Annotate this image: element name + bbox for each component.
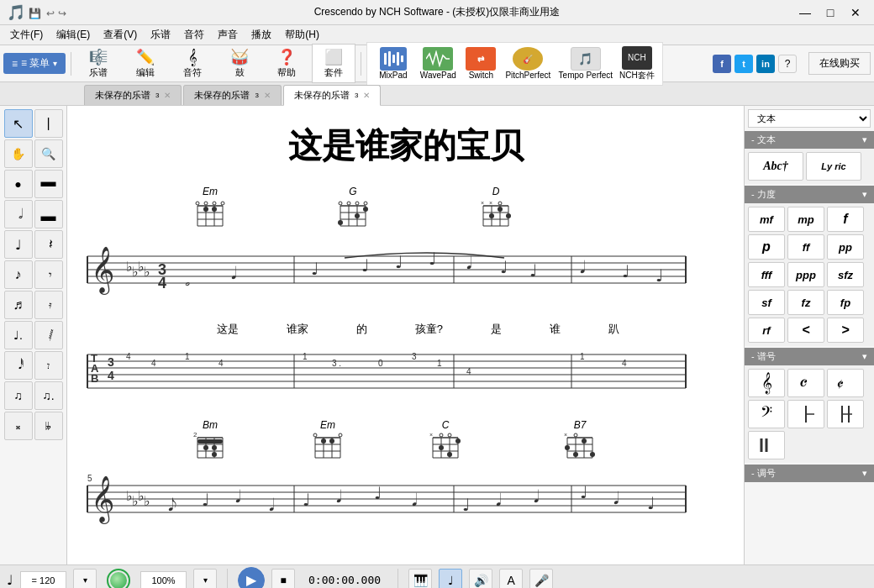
whole-rest-button[interactable]: ▬ <box>34 170 63 198</box>
dyn-ppp-button[interactable]: ppp <box>787 262 824 287</box>
thirty-second-button[interactable]: 𝅘𝅥𝅱 <box>4 351 33 380</box>
dyn-fz-button[interactable]: fz <box>787 290 824 315</box>
dyn-mp-button[interactable]: mp <box>787 207 824 232</box>
play-button[interactable]: ▶ <box>238 567 265 589</box>
text-section-header[interactable]: - 文本 ▾ <box>745 131 874 149</box>
cut-time-button[interactable]: 𝄵 <box>827 369 864 397</box>
close-button[interactable]: ✕ <box>844 4 867 21</box>
half-note-button[interactable]: 𝅗𝅥 <box>4 200 33 228</box>
eighth-rest-button[interactable]: 𝄾 <box>34 260 63 289</box>
volume-input[interactable] <box>140 571 187 589</box>
tab-close-3[interactable]: ✕ <box>363 91 370 100</box>
metronome-button[interactable]: ♩ <box>439 569 462 589</box>
nch-suite-btn[interactable]: NCH NCH套件 <box>618 46 656 81</box>
tab-note[interactable]: 𝄞 音符 <box>171 45 214 83</box>
tempo-down-button[interactable]: ▾ <box>73 569 97 589</box>
whole-note-button[interactable]: ● <box>4 170 33 198</box>
tab-drums[interactable]: 🥁 鼓 <box>218 44 261 83</box>
linkedin-icon[interactable]: in <box>756 55 775 73</box>
dyn-f-button[interactable]: f <box>827 207 864 232</box>
menu-note[interactable]: 音符 <box>177 26 211 44</box>
tab-close-2[interactable]: ✕ <box>264 91 271 100</box>
undo-icon[interactable]: ↩ <box>46 8 55 19</box>
sixteenth-rest-button[interactable]: 𝄿 <box>34 291 63 319</box>
dyn-p-button[interactable]: p <box>748 234 785 260</box>
dyn-sf-button[interactable]: sf <box>748 290 785 315</box>
switch-btn[interactable]: ⇄ Switch <box>464 47 498 80</box>
mixpad-btn[interactable]: MixPad <box>374 47 412 80</box>
score-area[interactable]: 这是谁家的宝贝 Em <box>67 106 744 564</box>
alto-clef-button[interactable] <box>787 400 824 428</box>
quarter-rest-button[interactable]: 𝄽 <box>34 230 63 259</box>
menu-file[interactable]: 文件(F) <box>3 26 50 44</box>
doc-tab-3[interactable]: 未保存的乐谱 3 ✕ <box>283 85 381 106</box>
sixteenth-note-button[interactable]: ♬ <box>4 291 33 319</box>
dynamics-section-header[interactable]: - 力度 ▾ <box>745 186 874 203</box>
save-icon[interactable]: 💾 <box>29 8 41 19</box>
dyn-pp-button[interactable]: pp <box>827 234 864 260</box>
dyn-ff-button[interactable]: ff <box>787 234 824 260</box>
online-buy-button[interactable]: 在线购买 <box>808 52 871 75</box>
menu-dropdown-button[interactable]: ≡ ≡ 菜单 ▾ <box>3 53 66 74</box>
tempoperfect-btn[interactable]: 🎵 Tempo Perfect <box>558 47 613 80</box>
menu-help[interactable]: 帮助(H) <box>278 26 326 44</box>
dyn-decrescendo-button[interactable]: > <box>827 318 864 343</box>
doc-tab-2[interactable]: 未保存的乐谱 3 ✕ <box>183 85 281 105</box>
doc-tab-1[interactable]: 未保存的乐谱 3 ✕ <box>84 85 182 105</box>
dyn-rf-button[interactable]: rf <box>748 318 785 343</box>
text-type-dropdown[interactable]: 文本 <box>748 109 871 128</box>
piano-button[interactable]: 🎹 <box>408 569 432 589</box>
menu-score[interactable]: 乐谱 <box>144 26 177 44</box>
dyn-fp-button[interactable]: fp <box>827 290 864 315</box>
dotted-note-button[interactable]: ♩. <box>4 321 33 349</box>
note-group-dot-button[interactable]: ♫. <box>34 381 63 410</box>
zoom-tool-button[interactable]: 🔍 <box>34 139 63 168</box>
text-style-abc-button[interactable]: Abc† <box>748 152 803 181</box>
triplet-button[interactable]: 𝄪 <box>4 412 33 440</box>
text-style-lyric-button[interactable]: Ly ric <box>806 152 861 181</box>
clef-section-header[interactable]: - 谱号 ▾ <box>745 348 874 365</box>
speaker-button[interactable]: 🔊 <box>469 569 492 589</box>
pan-tool-button[interactable]: ✋ <box>4 139 33 168</box>
bass-clef-button[interactable]: 𝄢 <box>748 400 785 428</box>
menu-sound[interactable]: 声音 <box>211 26 245 44</box>
menu-edit[interactable]: 编辑(E) <box>50 26 97 44</box>
stop-button[interactable]: ■ <box>271 569 295 589</box>
percussion-clef-button[interactable] <box>748 431 785 459</box>
dyn-fff-button[interactable]: fff <box>748 262 785 287</box>
select-tool-button[interactable]: ↖ <box>4 109 33 138</box>
help-circle-icon[interactable]: ? <box>778 55 797 73</box>
facebook-icon[interactable]: f <box>713 55 731 73</box>
note-group-button[interactable]: ♫ <box>4 381 33 410</box>
thirty-second-rest-button[interactable]: 𝄾. <box>34 351 63 380</box>
tab-suite[interactable]: ⬜ 套件 <box>312 44 355 83</box>
maximize-button[interactable]: □ <box>819 4 842 21</box>
microphone-button[interactable]: 🎤 <box>529 569 553 589</box>
tempo-input[interactable] <box>20 571 66 589</box>
dyn-crescendo-button[interactable]: < <box>787 318 824 343</box>
dyn-sfz-button[interactable]: sfz <box>827 262 864 287</box>
text-input-button[interactable]: A <box>499 569 523 589</box>
menu-play[interactable]: 播放 <box>245 26 278 44</box>
tab-close-1[interactable]: ✕ <box>164 91 171 100</box>
half-rest-button[interactable]: ▬ <box>34 200 63 228</box>
volume-down-button[interactable]: ▾ <box>193 569 217 589</box>
tenor-clef-button[interactable] <box>827 400 864 428</box>
pitchperfect-btn[interactable]: 🎸 PitchPerfect <box>503 47 553 80</box>
menu-view[interactable]: 查看(V) <box>97 26 144 44</box>
key-section-header[interactable]: - 调号 ▾ <box>745 465 874 482</box>
redo-icon[interactable]: ↪ <box>58 8 66 19</box>
common-time-button[interactable]: 𝄴 <box>787 369 824 397</box>
wavepad-btn[interactable]: WavePad <box>417 47 459 80</box>
quarter-note-button[interactable]: ♩ <box>4 230 33 259</box>
eighth-note-button[interactable]: ♪ <box>4 260 33 289</box>
treble-clef-button[interactable]: 𝄞 <box>748 369 785 397</box>
minimize-button[interactable]: — <box>793 4 817 21</box>
twitter-icon[interactable]: t <box>734 55 753 73</box>
dyn-mf-button[interactable]: mf <box>748 207 785 232</box>
tab-help[interactable]: ❓ 帮助 <box>265 44 308 83</box>
dotted-rest-button[interactable]: 𝅂 <box>34 321 63 349</box>
extra-button[interactable]: 𝄫 <box>34 412 63 440</box>
cursor-tool-button[interactable]: | <box>34 109 63 138</box>
tab-score[interactable]: 🎼 乐谱 <box>76 44 120 83</box>
